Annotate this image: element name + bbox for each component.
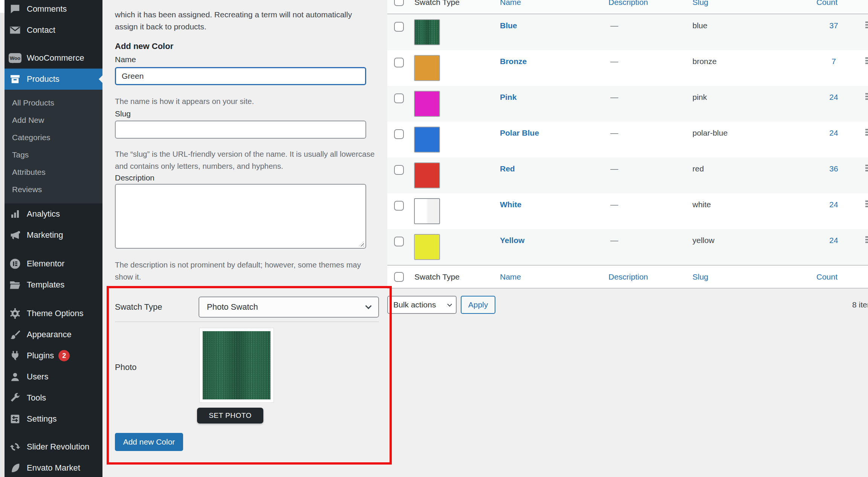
- products-icon: [9, 73, 21, 86]
- term-description: —: [610, 56, 618, 67]
- sidebar-item-woocommerce[interactable]: Woo WooCommerce: [5, 47, 102, 69]
- description-helper-text: The description is not prominent by defa…: [115, 259, 375, 283]
- sidebar-item-label: Plugins: [27, 351, 54, 361]
- form-heading: Add new Color: [115, 41, 173, 51]
- sidebar-item-label: Templates: [27, 280, 64, 290]
- column-header-description[interactable]: Description: [608, 271, 648, 283]
- drag-handle-icon[interactable]: [865, 200, 868, 208]
- sidebar-item-elementor[interactable]: Elementor: [5, 253, 102, 274]
- sidebar-item-marketing[interactable]: Marketing: [5, 225, 102, 246]
- sidebar-item-tags[interactable]: Tags: [5, 146, 102, 164]
- wrench-icon: [9, 391, 21, 404]
- row-checkbox[interactable]: [394, 201, 404, 211]
- sidebar-item-envato-market[interactable]: Envato Market: [5, 457, 102, 477]
- column-header-slug[interactable]: Slug: [692, 0, 708, 8]
- window-edge-strip: [0, 0, 5, 477]
- sidebar-item-comments[interactable]: Comments: [5, 0, 102, 18]
- bulk-actions-selected-value: Bulk actions: [393, 300, 436, 309]
- term-name-link[interactable]: Bronze: [500, 56, 527, 67]
- gear-icon: [9, 307, 21, 320]
- user-icon: [9, 370, 21, 383]
- sidebar-item-all-products[interactable]: All Products: [5, 94, 102, 112]
- column-header-description[interactable]: Description: [608, 0, 648, 8]
- term-name-link[interactable]: Polar Blue: [500, 128, 539, 138]
- term-count-link[interactable]: 24: [813, 92, 854, 102]
- sidebar-item-appearance[interactable]: Appearance: [5, 324, 102, 345]
- column-header-slug[interactable]: Slug: [692, 271, 708, 283]
- color-swatch: [414, 127, 440, 153]
- term-description: —: [610, 128, 618, 138]
- row-checkbox[interactable]: [394, 22, 404, 32]
- sidebar-item-settings[interactable]: Settings: [5, 408, 102, 430]
- drag-handle-icon[interactable]: [865, 165, 868, 173]
- sidebar-item-label: Contact: [27, 25, 55, 35]
- sidebar-item-label: WooCommerce: [27, 53, 84, 63]
- column-header-name[interactable]: Name: [500, 271, 521, 283]
- term-description: —: [610, 164, 618, 174]
- table-row: Pink — pink 24: [387, 86, 868, 122]
- column-header-count[interactable]: Count: [816, 0, 837, 8]
- drag-handle-icon[interactable]: [865, 21, 868, 29]
- term-count-link[interactable]: 7: [813, 56, 854, 67]
- drag-handle-icon[interactable]: [865, 236, 868, 244]
- sidebar-item-reviews[interactable]: Reviews: [5, 181, 102, 198]
- sidebar-item-products[interactable]: Products: [5, 69, 102, 90]
- row-checkbox[interactable]: [394, 129, 404, 139]
- sidebar-item-users[interactable]: Users: [5, 366, 102, 387]
- term-count-link[interactable]: 24: [813, 128, 854, 138]
- row-checkbox[interactable]: [394, 165, 404, 175]
- description-textarea[interactable]: [115, 184, 366, 249]
- sidebar-item-label: Tools: [27, 393, 46, 403]
- sidebar-item-analytics[interactable]: Analytics: [5, 203, 102, 225]
- row-checkbox[interactable]: [394, 237, 404, 246]
- select-all-checkbox[interactable]: [394, 272, 404, 282]
- term-description: —: [610, 199, 618, 210]
- drag-handle-icon[interactable]: [865, 93, 868, 101]
- photo-preview-frame: [199, 328, 274, 403]
- set-photo-button[interactable]: SET PHOTO: [197, 408, 263, 423]
- term-name-link[interactable]: Blue: [500, 20, 517, 31]
- sidebar-item-contact[interactable]: Contact: [5, 20, 102, 41]
- sidebar-item-theme-options[interactable]: Theme Options: [5, 303, 102, 324]
- sidebar-item-slider-revolution[interactable]: Slider Revolution: [5, 436, 102, 457]
- bulk-actions-select[interactable]: Bulk actions: [387, 296, 457, 314]
- term-count-link[interactable]: 37: [813, 20, 854, 31]
- apply-button[interactable]: Apply: [461, 296, 495, 314]
- sidebar-item-attributes[interactable]: Attributes: [5, 164, 102, 181]
- term-name-link[interactable]: Pink: [500, 92, 517, 102]
- sidebar-item-categories[interactable]: Categories: [5, 129, 102, 146]
- textarea-resize-handle[interactable]: [359, 241, 364, 246]
- select-all-checkbox[interactable]: [394, 0, 404, 6]
- column-header-count[interactable]: Count: [816, 271, 837, 283]
- sidebar-item-tools[interactable]: Tools: [5, 387, 102, 408]
- add-new-color-button[interactable]: Add new Color: [115, 433, 183, 451]
- sidebar-item-label: Slider Revolution: [27, 442, 89, 452]
- wordpress-admin-screen: Comments Contact Woo WooCommerce Product…: [0, 0, 868, 477]
- swatch-type-select[interactable]: Photo Swatch: [199, 297, 379, 318]
- sidebar-item-plugins[interactable]: Plugins 2: [5, 345, 102, 366]
- swatch-type-label: Swatch Type: [115, 301, 162, 313]
- term-name-link[interactable]: White: [500, 199, 521, 210]
- term-name-link[interactable]: Yellow: [500, 235, 524, 246]
- column-header-swatch-type: Swatch Type: [414, 0, 460, 8]
- comments-icon: [9, 3, 21, 15]
- drag-handle-icon[interactable]: [865, 129, 868, 137]
- color-swatch: [414, 162, 440, 188]
- term-count-link[interactable]: 36: [813, 164, 854, 174]
- drag-handle-icon[interactable]: [865, 57, 868, 65]
- name-input[interactable]: [115, 67, 366, 85]
- sidebar-item-templates[interactable]: Templates: [5, 274, 102, 295]
- megaphone-icon: [9, 229, 21, 242]
- items-count-text: 8 items: [852, 299, 868, 310]
- sidebar-item-add-new[interactable]: Add New: [5, 112, 102, 129]
- term-count-link[interactable]: 24: [813, 199, 854, 210]
- term-count-link[interactable]: 24: [813, 235, 854, 246]
- column-header-name[interactable]: Name: [500, 0, 521, 8]
- color-swatch: [414, 198, 440, 224]
- slug-input[interactable]: [115, 121, 366, 139]
- row-checkbox[interactable]: [394, 93, 404, 103]
- term-name-link[interactable]: Red: [500, 164, 515, 174]
- row-checkbox[interactable]: [394, 58, 404, 67]
- term-slug: white: [692, 199, 711, 210]
- color-swatch: [414, 19, 440, 45]
